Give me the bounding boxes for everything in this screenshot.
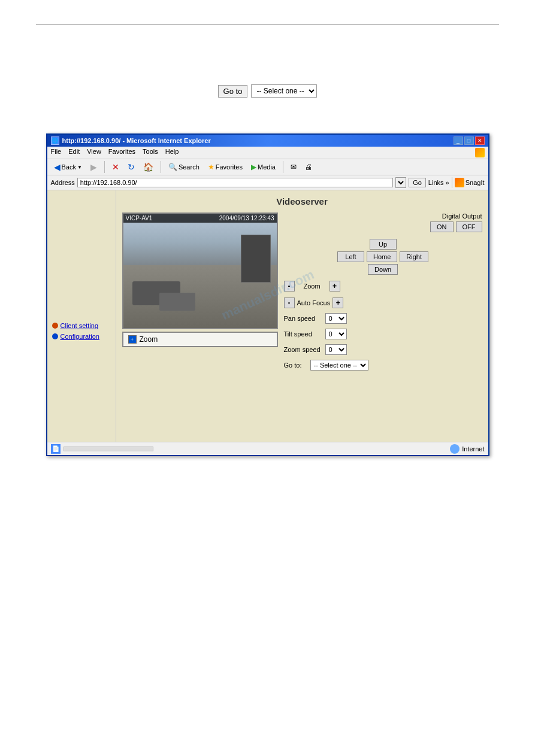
status-progress-bar — [64, 447, 153, 451]
address-input[interactable] — [77, 178, 393, 187]
digital-output-label: Digital Output — [284, 212, 482, 220]
up-button[interactable]: Up — [370, 239, 397, 250]
zoom-ctrl-label: Zoom — [297, 283, 327, 290]
main-panel: Videoserver VICP-AV1 2004/09/13 12:23:43 — [116, 190, 488, 442]
address-dropdown[interactable] — [395, 177, 406, 188]
controls-panel: Digital Output ON OFF Up — [284, 212, 482, 371]
cam-label: VICP-AV1 — [126, 215, 153, 221]
sidebar-item-config[interactable]: Configuration — [52, 333, 111, 340]
stop-button[interactable]: ✕ — [109, 161, 122, 173]
separator-line — [36, 24, 499, 25]
menu-tools[interactable]: Tools — [143, 148, 158, 157]
client-setting-label[interactable]: Client setting — [61, 322, 99, 329]
configuration-label[interactable]: Configuration — [61, 333, 99, 340]
refresh-icon: ↻ — [128, 162, 135, 172]
camera-controls: VICP-AV1 2004/09/13 12:23:43 — [122, 212, 482, 371]
cam-item2 — [159, 293, 195, 311]
zoom-speed-select[interactable]: 0123 — [325, 344, 347, 355]
menu-help[interactable]: Help — [165, 148, 179, 157]
config-dot-icon — [52, 333, 58, 339]
cam-monitor — [241, 235, 271, 283]
ptz-controls: Up Left Home Right Down — [284, 239, 482, 275]
goto-row-label: Go to: — [284, 362, 308, 369]
off-button[interactable]: OFF — [456, 221, 482, 232]
close-button[interactable]: ✕ — [475, 136, 485, 145]
mail-button[interactable]: ✉ — [288, 162, 300, 172]
ptz-row-middle: Left Home Right — [337, 251, 428, 262]
zoom-plus-button[interactable]: + — [330, 281, 340, 292]
on-button[interactable]: ON — [430, 221, 454, 232]
digital-output-section: Digital Output ON OFF — [284, 212, 482, 232]
tilt-speed-label: Tilt speed — [284, 330, 323, 338]
back-dropdown-icon: ▼ — [77, 165, 82, 170]
stop-icon: ✕ — [112, 162, 119, 172]
browser-window: 🌐 http://192.168.0.90/ - Microsoft Inter… — [46, 133, 489, 456]
goto-row-select[interactable]: -- Select one -- — [310, 360, 368, 371]
client-dot-icon — [52, 323, 58, 329]
status-left: 📄 — [51, 444, 153, 454]
status-page-icon: 📄 — [51, 444, 61, 454]
menu-favorites[interactable]: Favorites — [108, 148, 135, 157]
zoom-speed-row: Zoom speed 0123 — [284, 344, 482, 355]
title-bar-left: 🌐 http://192.168.0.90/ - Microsoft Inter… — [51, 136, 211, 145]
internet-icon — [450, 444, 460, 454]
menu-file[interactable]: File — [51, 148, 62, 157]
cam-overlay: VICP-AV1 2004/09/13 12:23:43 — [123, 214, 277, 223]
toolbar: ◀ Back ▼ ▶ ✕ ↻ 🏠 🔍 Search ★ — [47, 159, 488, 175]
home-icon: 🏠 — [143, 162, 153, 172]
title-bar-buttons: _ □ ✕ — [454, 136, 485, 145]
zoom-minus-button[interactable]: - — [284, 281, 295, 292]
sidebar: Client setting Configuration — [47, 190, 116, 442]
search-icon: 🔍 — [168, 163, 177, 171]
search-button[interactable]: 🔍 Search — [165, 162, 202, 172]
camera-section: VICP-AV1 2004/09/13 12:23:43 — [122, 212, 278, 347]
status-bar: 📄 Internet — [47, 442, 488, 455]
ie-logo — [475, 148, 485, 157]
cam-time: 2004/09/13 12:23:43 — [219, 215, 274, 221]
left-button[interactable]: Left — [337, 251, 364, 262]
menu-view[interactable]: View — [87, 148, 101, 157]
pan-speed-label: Pan speed — [284, 315, 323, 322]
favorites-button[interactable]: ★ Favorites — [205, 162, 246, 172]
menu-edit[interactable]: Edit — [68, 148, 80, 157]
af-plus-button[interactable]: + — [333, 297, 343, 308]
autofocus-label: Auto Focus — [297, 299, 331, 306]
home-button[interactable]: 🏠 — [140, 161, 156, 173]
addr-sep — [452, 177, 452, 188]
zoom-controls: - Zoom + — [284, 281, 482, 292]
title-bar: 🌐 http://192.168.0.90/ - Microsoft Inter… — [47, 135, 488, 147]
sidebar-item-client[interactable]: Client setting — [52, 322, 111, 329]
content-area: Client setting Configuration Videoserver — [47, 190, 488, 442]
forward-icon: ▶ — [90, 162, 97, 172]
ptz-row-up: Up — [370, 239, 397, 250]
media-button[interactable]: ▶ Media — [248, 162, 279, 172]
tilt-speed-select[interactable]: 0123 — [325, 329, 347, 339]
pan-speed-row: Pan speed 0123 — [284, 313, 482, 324]
digital-output-buttons: ON OFF — [284, 221, 482, 232]
goto-select[interactable]: -- Select one -- — [251, 84, 317, 98]
maximize-button[interactable]: □ — [464, 136, 474, 145]
mail-icon: ✉ — [291, 163, 297, 171]
go-button[interactable]: Go — [409, 178, 426, 187]
print-icon: 🖨 — [305, 163, 312, 171]
zoom-area-label: Zoom — [140, 335, 158, 344]
back-button[interactable]: ◀ Back ▼ — [51, 161, 85, 173]
down-button[interactable]: Down — [368, 264, 398, 275]
right-button[interactable]: Right — [400, 251, 428, 262]
zoom-speed-label: Zoom speed — [284, 346, 323, 353]
print-button[interactable]: 🖨 — [302, 162, 315, 172]
menu-bar: File Edit View Favorites Tools Help — [47, 147, 488, 159]
forward-button[interactable]: ▶ — [87, 161, 100, 173]
refresh-button[interactable]: ↻ — [125, 161, 138, 173]
home-ptz-button[interactable]: Home — [367, 251, 397, 262]
browser-icon: 🌐 — [51, 136, 59, 145]
snapit-label[interactable]: SnagIt — [466, 179, 485, 186]
zoom-area: + Zoom — [122, 332, 278, 347]
status-right: Internet — [450, 444, 484, 454]
zoom-expand-button[interactable]: + — [128, 335, 137, 344]
address-bar: Address Go Links » SnagIt — [47, 175, 488, 190]
media-label: Media — [258, 163, 276, 171]
minimize-button[interactable]: _ — [454, 136, 463, 145]
pan-speed-select[interactable]: 0123 — [325, 313, 347, 324]
af-minus-button[interactable]: - — [284, 297, 295, 308]
